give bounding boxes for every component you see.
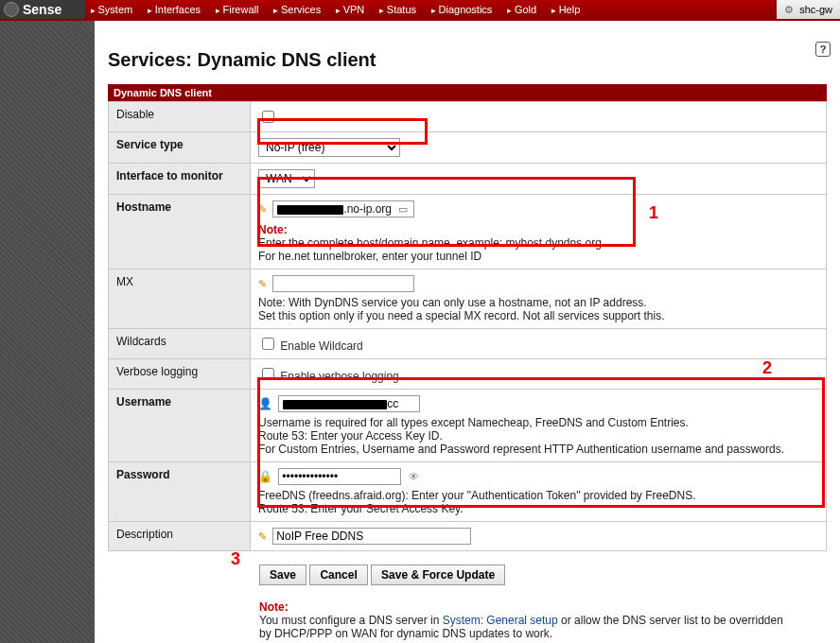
menu-diagnostics[interactable]: Diagnostics xyxy=(431,4,492,15)
pencil-icon: ✎ xyxy=(258,203,267,215)
hostname-note-1: Enter the complete host/domain name. exa… xyxy=(258,236,602,250)
menu-system[interactable]: System xyxy=(91,4,132,15)
password-hint-2: Route 53: Enter your Secret Access Key. xyxy=(258,502,464,515)
main-menu: System Interfaces Firewall Services VPN … xyxy=(85,0,775,19)
logo-icon xyxy=(4,2,19,17)
mx-input[interactable] xyxy=(272,275,414,292)
hostname-redacted xyxy=(277,205,343,215)
mx-hint-1: Note: With DynDNS service you can only u… xyxy=(258,296,647,309)
label-disable: Disable xyxy=(109,102,251,132)
eye-icon[interactable]: 👁 xyxy=(409,471,419,482)
service-type-select[interactable]: No-IP (free) xyxy=(258,138,400,157)
verbose-label: Enable verbose logging xyxy=(280,370,398,383)
label-mx: MX xyxy=(109,269,251,329)
logo: Sense xyxy=(0,0,85,19)
label-description: Description xyxy=(109,522,251,551)
wildcard-checkbox[interactable] xyxy=(262,338,274,350)
gear-icon: ⚙ xyxy=(784,4,794,16)
settings-table: Disable Service type No-IP (free) Interf… xyxy=(108,101,827,551)
username-redacted xyxy=(283,400,387,409)
username-suffix: cc xyxy=(387,397,398,410)
section-header: Dynamic DNS client xyxy=(108,84,827,101)
save-button[interactable]: Save xyxy=(259,565,306,585)
mx-hint-2: Set this option only if you need a speci… xyxy=(258,309,665,322)
username-hint-3: For Custom Entries, Username and Passwor… xyxy=(258,443,784,456)
hostname-note-title: Note: xyxy=(258,223,288,236)
save-force-button[interactable]: Save & Force Update xyxy=(371,565,505,585)
interface-select[interactable]: WAN xyxy=(258,169,315,188)
wildcard-label: Enable Wildcard xyxy=(280,339,362,353)
label-wildcards: Wildcards xyxy=(109,329,251,359)
menu-gold[interactable]: Gold xyxy=(507,4,536,15)
menu-vpn[interactable]: VPN xyxy=(336,4,364,15)
footer-note: Note: You must configure a DNS server in… xyxy=(259,600,789,640)
verbose-checkbox[interactable] xyxy=(262,368,274,380)
password-input[interactable] xyxy=(278,468,401,485)
page-body: ? Services: Dynamic DNS client Dynamic D… xyxy=(95,21,840,643)
username-hint-1: Username is required for all types excep… xyxy=(258,416,689,429)
username-hint-2: Route 53: Enter your Access Key ID. xyxy=(258,429,443,443)
pencil-icon: ✎ xyxy=(258,278,267,289)
menu-interfaces[interactable]: Interfaces xyxy=(148,4,201,15)
password-hint-1: FreeDNS (freedns.afraid.org): Enter your… xyxy=(258,489,696,502)
footer-note-title: Note: xyxy=(259,600,289,614)
disable-checkbox[interactable] xyxy=(262,111,274,123)
footer-link[interactable]: System: General setup xyxy=(443,614,558,627)
menu-services[interactable]: Services xyxy=(273,4,321,15)
buttons-row: Save Cancel Save & Force Update xyxy=(259,565,827,585)
vcard-icon: ▭ xyxy=(398,203,408,215)
label-password: Password xyxy=(109,462,251,522)
help-icon[interactable]: ? xyxy=(815,42,831,57)
user-icon: 👤 xyxy=(258,397,272,410)
form-wrapper: Dynamic DNS client Disable Service type … xyxy=(108,84,827,551)
top-bar: Sense System Interfaces Firewall Service… xyxy=(0,0,840,21)
cancel-button[interactable]: Cancel xyxy=(309,565,367,585)
lock-icon: 🔒 xyxy=(258,470,272,483)
menu-help[interactable]: Help xyxy=(551,4,580,15)
hostname-note-2: For he.net tunnelbroker, enter your tunn… xyxy=(258,250,481,263)
label-verbose: Verbose logging xyxy=(109,359,251,390)
description-input[interactable] xyxy=(272,528,471,545)
label-interface: Interface to monitor xyxy=(109,164,251,195)
label-service-type: Service type xyxy=(109,132,251,164)
annotation-number-3: 3 xyxy=(231,549,240,569)
host-name: shc-gw xyxy=(799,4,832,15)
pencil-icon: ✎ xyxy=(258,530,267,542)
hostname-suffix: .no-ip.org xyxy=(343,202,392,216)
footer-note-a: You must configure a DNS server in xyxy=(259,614,443,627)
page-title: Services: Dynamic DNS client xyxy=(108,49,827,71)
menu-status[interactable]: Status xyxy=(379,4,416,15)
label-username: Username xyxy=(109,390,251,462)
brand-text: Sense xyxy=(23,2,61,17)
host-tab[interactable]: ⚙ shc-gw xyxy=(775,0,840,19)
menu-firewall[interactable]: Firewall xyxy=(216,4,258,15)
label-hostname: Hostname xyxy=(109,195,251,269)
